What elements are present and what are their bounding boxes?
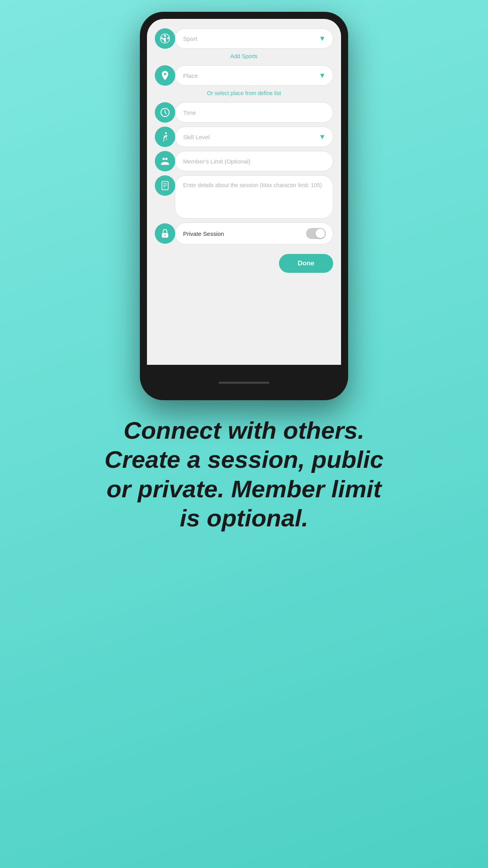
skill-level-chevron-icon: ▼: [319, 133, 326, 141]
phone-shell: Sport ▼ Add Sports Place ▼ Or select pla…: [140, 12, 348, 400]
svg-point-8: [163, 158, 165, 160]
home-indicator: [218, 382, 270, 384]
members-limit-field-row: Member's Limit (Optional): [155, 151, 333, 171]
time-icon: [155, 102, 175, 123]
bottom-line2: Create a session, public: [105, 446, 383, 473]
details-placeholder: Enter details about the session (Max cha…: [183, 181, 322, 189]
place-placeholder: Place: [183, 72, 198, 79]
details-icon: [155, 175, 175, 196]
private-session-input-wrap: Private Session: [175, 223, 333, 245]
details-input[interactable]: Enter details about the session (Max cha…: [175, 175, 333, 219]
bottom-text-section: Connect with others. Create a session, p…: [85, 416, 403, 533]
skill-level-placeholder: Skill Level: [183, 134, 210, 140]
bottom-text-content: Connect with others. Create a session, p…: [105, 416, 383, 533]
place-field-row: Place ▼: [155, 65, 333, 86]
bottom-line4: is optional.: [180, 504, 308, 531]
svg-marker-3: [161, 37, 163, 39]
place-icon: [155, 65, 175, 86]
svg-marker-1: [164, 35, 166, 37]
place-input[interactable]: Place ▼: [175, 65, 333, 86]
svg-point-15: [164, 235, 166, 236]
private-session-field-row: Private Session: [155, 223, 333, 245]
skill-level-input[interactable]: Skill Level ▼: [175, 127, 333, 147]
sport-icon: [155, 28, 175, 49]
svg-marker-4: [167, 37, 169, 39]
sport-chevron-icon: ▼: [319, 35, 326, 43]
place-chevron-icon: ▼: [319, 72, 326, 80]
sport-field-row: Sport ▼: [155, 28, 333, 49]
phone-screen: Sport ▼ Add Sports Place ▼ Or select pla…: [147, 19, 341, 365]
time-input[interactable]: Time: [175, 102, 333, 123]
members-limit-placeholder: Member's Limit (Optional): [183, 158, 250, 165]
select-place-link[interactable]: Or select place from define list: [207, 90, 281, 96]
private-session-icon: [155, 223, 175, 244]
time-placeholder: Time: [183, 109, 196, 116]
add-sports-link-row: Add Sports: [155, 53, 333, 60]
sport-input[interactable]: Sport ▼: [175, 28, 333, 49]
details-field-row: Enter details about the session (Max cha…: [155, 175, 333, 219]
done-button[interactable]: Done: [279, 254, 334, 273]
private-session-toggle[interactable]: [306, 228, 326, 239]
phone-bottom: [147, 365, 341, 400]
skill-level-icon: [155, 127, 175, 147]
bottom-line3: or private. Member limit: [106, 475, 381, 502]
members-limit-input[interactable]: Member's Limit (Optional): [175, 151, 333, 171]
skill-level-field-row: Skill Level ▼: [155, 127, 333, 147]
done-button-wrap: Done: [155, 254, 333, 273]
svg-point-9: [165, 158, 168, 160]
svg-point-7: [165, 132, 167, 134]
select-place-link-row: Or select place from define list: [155, 90, 333, 97]
time-field-row: Time: [155, 102, 333, 123]
bottom-line1: Connect with others.: [123, 417, 364, 444]
svg-marker-5: [163, 38, 166, 41]
add-sports-link[interactable]: Add Sports: [230, 53, 257, 59]
toggle-knob: [316, 229, 325, 238]
sport-placeholder: Sport: [183, 35, 197, 42]
private-session-toggle-wrap: Private Session: [183, 228, 326, 239]
private-session-label: Private Session: [183, 230, 224, 237]
members-limit-icon: [155, 151, 175, 171]
